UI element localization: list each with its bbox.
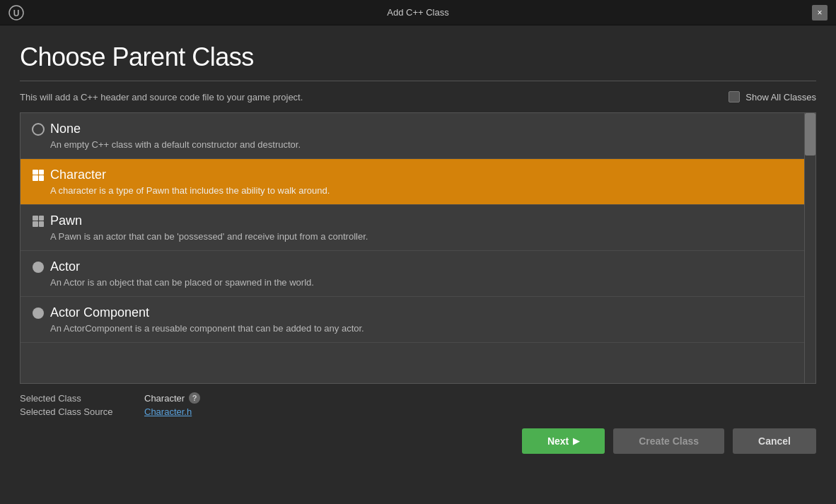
dialog-title: Add C++ Class [387,7,448,18]
radio-icon [32,123,45,136]
selected-class-label: Selected Class [20,393,133,404]
class-item-actor-component[interactable]: Actor Component An ActorComponent is a r… [21,297,804,343]
circle-icon [33,262,44,273]
next-label: Next [547,435,569,447]
cancel-label: Cancel [758,435,791,447]
subtitle: This will add a C++ header and source co… [20,92,303,102]
svg-text:U: U [13,8,20,18]
selected-info: Selected Class Character ? Selected Clas… [20,392,200,417]
class-item-actor[interactable]: Actor An Actor is an object that can be … [21,251,804,297]
show-all-classes-toggle[interactable]: Show All Classes [728,91,816,102]
class-description: A Pawn is an actor that can be 'possesse… [32,231,793,242]
next-button[interactable]: Next ▶ [522,428,605,454]
component-icon [33,307,44,319]
page-title: Choose Parent Class [20,42,816,72]
scrollbar[interactable] [804,113,815,383]
class-name: Actor Component [50,305,149,320]
selected-class-value: Character [144,393,185,404]
class-name: None [50,122,81,136]
show-all-classes-label: Show All Classes [745,92,816,102]
class-item-character[interactable]: Character A character is a type of Pawn … [21,159,804,205]
create-class-button[interactable]: Create Class [613,428,724,454]
class-description: An ActorComponent is a reusable componen… [32,323,793,334]
divider [20,81,816,81]
title-bar: U Add C++ Class × [0,0,836,25]
grid-icon [33,216,44,227]
create-class-label: Create Class [639,435,699,447]
info-icon: ? [189,392,200,404]
grid-icon [33,170,44,181]
class-description: An empty C++ class with a default constr… [32,139,793,150]
class-list-container: None An empty C++ class with a default c… [20,112,816,384]
selected-class-source-value: Character.h [144,406,192,417]
show-all-classes-checkbox[interactable] [728,91,740,102]
class-item-none[interactable]: None An empty C++ class with a default c… [21,113,804,159]
class-name: Pawn [50,213,82,228]
selected-class-source-label: Selected Class Source [20,406,133,417]
scrollbar-thumb[interactable] [805,113,815,156]
ue-logo: U [8,5,24,20]
class-name: Character [50,168,106,182]
cancel-button[interactable]: Cancel [733,428,816,454]
close-button[interactable]: × [812,5,828,20]
class-description: A character is a type of Pawn that inclu… [32,185,793,196]
next-arrow-icon: ▶ [573,436,579,446]
class-name: Actor [50,259,80,274]
class-description: An Actor is an object that can be placed… [32,277,793,288]
class-item-pawn[interactable]: Pawn A Pawn is an actor that can be 'pos… [21,205,804,251]
class-list: None An empty C++ class with a default c… [21,113,804,383]
